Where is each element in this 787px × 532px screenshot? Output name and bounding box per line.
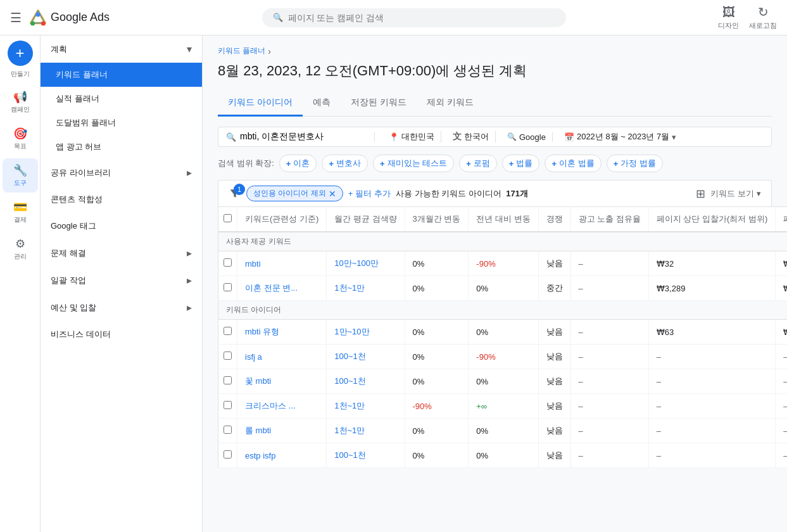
row-checkbox[interactable] xyxy=(224,426,232,434)
filter-chip-close-icon[interactable]: ✕ xyxy=(329,189,336,199)
chip-lawfirm[interactable]: + 로펌 xyxy=(459,155,497,172)
section-header-0: 사용자 제공 키워드 xyxy=(218,232,788,251)
min-bid-cell: – xyxy=(648,419,776,443)
network-filter[interactable]: 🔍 Google xyxy=(501,132,553,142)
svg-point-2 xyxy=(36,12,41,16)
chip-lawyer[interactable]: + 변호사 xyxy=(322,155,368,172)
tab-forecast[interactable]: 예측 xyxy=(303,91,341,117)
section-content-header[interactable]: 콘텐츠 적합성 xyxy=(41,186,202,213)
tab-excluded-keywords[interactable]: 제외 키워드 xyxy=(417,91,484,117)
date-range-filter[interactable]: 📅 2022년 8월 ~ 2023년 7월 ▾ xyxy=(558,131,683,142)
nav-reach-planner[interactable]: 도달범위 플래너 xyxy=(41,111,202,135)
section-business-header[interactable]: 비즈니스 데이터 xyxy=(41,321,202,348)
keyword-link[interactable]: mbti 유형 xyxy=(245,327,279,336)
max-bid-dash: – xyxy=(783,426,787,436)
add-filter-button[interactable]: + 필터 추가 xyxy=(348,188,391,200)
section-troubleshoot-header[interactable]: 문제 해결 ▸ xyxy=(41,239,202,267)
keyword-search-input[interactable] xyxy=(240,132,367,142)
monthly-search-cell: 100~1천 xyxy=(327,443,405,468)
create-button[interactable]: + xyxy=(8,41,33,66)
chip-divorce-law[interactable]: + 이혼 법률 xyxy=(545,155,601,172)
section-shared-library-header[interactable]: 공유 라이브러리 ▸ xyxy=(41,159,202,186)
keyword-link[interactable]: mbti xyxy=(245,259,261,269)
row-checkbox[interactable] xyxy=(224,376,232,384)
sidebar-item-billing[interactable]: 💳 결제 xyxy=(3,195,38,229)
row-checkbox[interactable] xyxy=(224,401,232,409)
sidebar: + 만들기 📢 캠페인 🎯 목표 🔧 도구 💳 결제 ⚙ 관리 xyxy=(0,35,41,532)
monthly-search-value: 1만~10만 xyxy=(334,327,369,336)
sidebar-item-admin[interactable]: ⚙ 관리 xyxy=(3,232,38,266)
keyword-link[interactable]: 롤 mbti xyxy=(245,426,271,435)
svg-point-4 xyxy=(41,21,46,25)
three-month-cell: 0% xyxy=(405,251,469,276)
design-button[interactable]: 🖼 디자인 xyxy=(718,5,739,30)
menu-icon[interactable]: ☰ xyxy=(10,10,22,25)
min-bid-value: ₩63 xyxy=(657,327,674,337)
keyword-link[interactable]: 꽃 mbti xyxy=(245,376,271,386)
select-all-checkbox[interactable] xyxy=(224,214,232,222)
sidebar-item-campaign[interactable]: 📢 캠페인 xyxy=(3,85,38,119)
tab-saved-keywords[interactable]: 저장된 키워드 xyxy=(341,91,417,117)
ad-share-value: – xyxy=(579,259,583,269)
chevron-down-icon-1: ▸ xyxy=(187,167,192,179)
chips-bar: 검색 범위 확장: + 이혼 + 변호사 + 재미있는 테스트 + 로펌 + 법… xyxy=(218,155,772,172)
chip-law[interactable]: + 법률 xyxy=(502,155,540,172)
keyword-link[interactable]: estp isfp xyxy=(245,451,275,460)
max-bid-dash: – xyxy=(783,377,787,386)
filter-funnel-icon[interactable]: 1 xyxy=(229,187,241,200)
yoy-value: 0% xyxy=(476,284,488,293)
topbar-search-bar[interactable]: 🔍 xyxy=(262,8,566,27)
sidebar-item-tools[interactable]: 🔧 도구 xyxy=(3,158,38,193)
yoy-cell: +∞ xyxy=(469,394,538,419)
view-button[interactable]: 키워드 보기 ▾ xyxy=(710,188,761,200)
location-filter[interactable]: 📍 대한민국 xyxy=(382,131,441,142)
competition-value: 낮음 xyxy=(546,352,563,361)
th-3month-change: 3개월간 변동 xyxy=(405,207,469,232)
section-budget-header[interactable]: 예산 및 입찰 ▸ xyxy=(41,294,202,321)
tab-keyword-ideas[interactable]: 키워드 아이디어 xyxy=(218,91,303,117)
competition-value: 낮음 xyxy=(546,258,563,268)
section-google-tag-header[interactable]: Google 태그 xyxy=(41,213,202,239)
row-checkbox[interactable] xyxy=(224,283,232,291)
view-dropdown-icon: ▾ xyxy=(757,189,761,198)
row-checkbox[interactable] xyxy=(224,327,232,335)
sidebar-item-label-goals: 목표 xyxy=(14,142,27,151)
filter-badge: 1 xyxy=(234,184,245,195)
min-bid-dash: – xyxy=(657,426,661,436)
refresh-button[interactable]: ↻ 새로고침 xyxy=(749,4,777,30)
row-checkbox-cell xyxy=(218,251,237,276)
breadcrumb-link[interactable]: 키워드 플래너 xyxy=(218,46,265,56)
monthly-search-value: 100~1천 xyxy=(334,352,366,361)
keyword-search-area: 🔍 xyxy=(226,132,375,142)
keyword-link[interactable]: 이혼 전문 변... xyxy=(245,283,298,293)
chip-family-law[interactable]: + 가정 법률 xyxy=(607,155,663,172)
keyword-link[interactable]: isfj a xyxy=(245,352,262,362)
max-bid-value: ₩20,619 xyxy=(783,284,787,293)
three-month-cell: 0% xyxy=(405,443,469,468)
chip-fun-test[interactable]: + 재미있는 테스트 xyxy=(373,155,454,172)
section-planning-label: 계획 xyxy=(51,44,67,55)
nav-app-hub[interactable]: 앱 광고 허브 xyxy=(41,135,202,159)
topbar-search-input[interactable] xyxy=(288,13,555,23)
keyword-link[interactable]: 크리스마스 ... xyxy=(245,401,295,410)
chip-plus-icon-0: + xyxy=(286,159,291,168)
row-checkbox[interactable] xyxy=(224,258,232,267)
nav-performance-planner[interactable]: 실적 플래너 xyxy=(41,87,202,111)
keyword-count-text: 사용 가능한 키워드 아이디어 171개 xyxy=(396,188,528,200)
competition-value: 낮음 xyxy=(546,327,563,336)
section-planning-header[interactable]: 계획 ▾ xyxy=(41,35,202,63)
monthly-search-cell: 100~1천 xyxy=(327,369,405,394)
max-bid-dash: – xyxy=(783,451,787,460)
sidebar-item-goals[interactable]: 🎯 목표 xyxy=(3,122,38,156)
columns-icon[interactable]: ⊞ xyxy=(696,187,705,201)
row-checkbox[interactable] xyxy=(224,450,232,459)
toolbar-left: 1 성인용 아이디어 제외 ✕ + 필터 추가 사용 가능한 키워드 아이디어 … xyxy=(229,186,528,201)
nav-keyword-planner[interactable]: 키워드 플래너 xyxy=(41,63,202,87)
language-filter[interactable]: 文 한국어 xyxy=(446,131,496,142)
chip-divorce[interactable]: + 이혼 xyxy=(279,155,317,172)
table-row: 크리스마스 ... 1천~1만 -90% +∞ 낮음 – – – xyxy=(218,394,788,419)
row-checkbox[interactable] xyxy=(224,352,232,360)
section-shared-library: 공유 라이브러리 ▸ xyxy=(41,159,202,186)
monthly-search-cell: 1만~10만 xyxy=(327,320,405,345)
section-bulk-header[interactable]: 일괄 작업 ▸ xyxy=(41,267,202,294)
